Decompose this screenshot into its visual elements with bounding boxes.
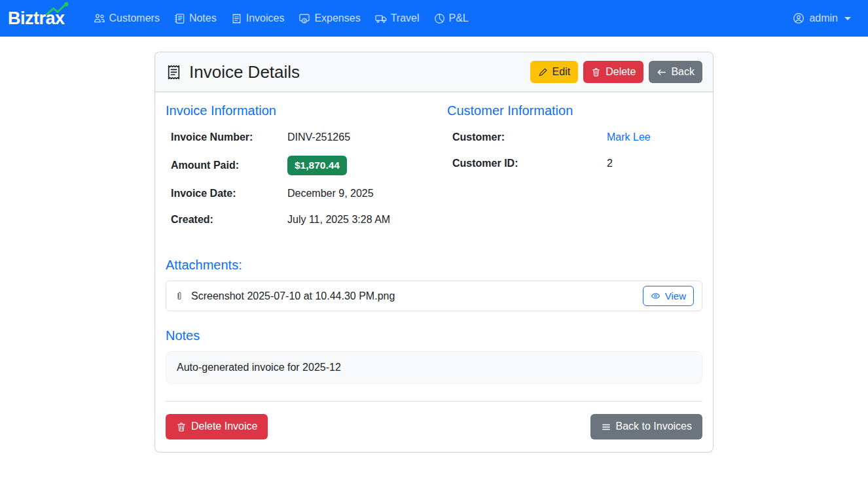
- trash-icon: [176, 422, 187, 432]
- chevron-down-icon: [844, 17, 851, 20]
- brand-logo[interactable]: Biztrax: [8, 9, 65, 29]
- amount-paid-label: Amount Paid:: [171, 160, 287, 171]
- created-label: Created:: [171, 214, 287, 226]
- customer-info-heading: Customer Information: [447, 103, 702, 118]
- notes-content: Auto-generated invoice for 2025-12: [177, 362, 341, 373]
- invoice-info-heading: Invoice Information: [166, 103, 421, 118]
- eye-icon: [651, 291, 660, 301]
- notes-heading: Notes: [166, 328, 702, 343]
- trash-icon: [591, 67, 601, 77]
- nav-label-invoices: Invoices: [246, 12, 285, 24]
- back-button-label: Back: [671, 65, 695, 79]
- edit-button-label: Edit: [552, 65, 571, 79]
- attachment-row: Screenshot 2025-07-10 at 10.44.30 PM.png…: [166, 281, 702, 311]
- nav-label-expenses: Expenses: [314, 12, 360, 24]
- back-to-invoices-label: Back to Invoices: [616, 419, 693, 434]
- customer-label: Customer:: [452, 131, 607, 143]
- invoice-date-label: Invoice Date:: [171, 188, 287, 199]
- user-menu[interactable]: admin: [793, 12, 851, 24]
- invoice-details-card: Invoice Details Edit Delete Back: [154, 52, 714, 453]
- back-to-invoices-button[interactable]: Back to Invoices: [590, 414, 703, 439]
- journal-icon: [174, 13, 185, 24]
- edit-button[interactable]: Edit: [530, 61, 579, 83]
- customer-id-value: 2: [607, 158, 613, 169]
- people-icon: [94, 12, 105, 24]
- invoice-number-row: Invoice Number: DINV-251265: [171, 129, 421, 145]
- invoice-date-value: December 9, 2025: [287, 188, 374, 199]
- card-body: Invoice Information Invoice Number: DINV…: [155, 92, 713, 451]
- arrow-left-icon: [657, 67, 666, 77]
- invoice-date-row: Invoice Date: December 9, 2025: [171, 186, 421, 201]
- truck-icon: [375, 12, 387, 24]
- footer-actions: Delete Invoice Back to Invoices: [166, 414, 702, 439]
- delete-invoice-button[interactable]: Delete Invoice: [166, 414, 268, 439]
- footer-divider: [166, 401, 702, 402]
- nav-label-notes: Notes: [189, 12, 217, 24]
- nav-item-expenses[interactable]: $ Expenses: [293, 7, 365, 29]
- receipt-icon: [166, 64, 182, 80]
- nav-item-pl[interactable]: P&L: [429, 7, 474, 29]
- page-title: Invoice Details: [166, 62, 300, 82]
- attachment-file: Screenshot 2025-07-10 at 10.44.30 PM.png: [174, 290, 395, 302]
- paperclip-icon: [174, 291, 185, 301]
- cash-coin-icon: $: [298, 12, 310, 24]
- amount-paid-row: Amount Paid: $1,870.44: [171, 156, 421, 175]
- svg-text:$: $: [304, 19, 306, 23]
- nav-links: Customers Notes Invoices $ Expenses: [88, 7, 793, 29]
- info-grid: Invoice Information Invoice Number: DINV…: [166, 103, 702, 238]
- nav-label-pl: P&L: [449, 12, 469, 24]
- nav-item-travel[interactable]: Travel: [370, 7, 425, 29]
- page-title-text: Invoice Details: [189, 62, 300, 82]
- view-attachment-button[interactable]: View: [643, 286, 694, 306]
- receipt-icon: [231, 13, 242, 24]
- person-circle-icon: [793, 12, 805, 24]
- nav-item-invoices[interactable]: Invoices: [226, 7, 290, 29]
- notes-box: Auto-generated invoice for 2025-12: [166, 351, 702, 384]
- trend-arrow-icon: [45, 2, 70, 16]
- nav-item-customers[interactable]: Customers: [88, 7, 165, 29]
- user-menu-label: admin: [809, 12, 838, 24]
- amount-paid-badge: $1,870.44: [287, 156, 347, 175]
- view-attachment-label: View: [665, 289, 686, 303]
- created-value: July 11, 2025 3:28 AM: [287, 214, 390, 226]
- header-actions: Edit Delete Back: [530, 61, 702, 83]
- nav-label-customers: Customers: [109, 12, 160, 24]
- invoice-number-label: Invoice Number:: [171, 131, 287, 143]
- invoice-info-section: Invoice Information Invoice Number: DINV…: [166, 103, 421, 238]
- nav-label-travel: Travel: [391, 12, 420, 24]
- list-icon: [601, 422, 611, 432]
- back-button[interactable]: Back: [649, 61, 702, 83]
- delete-invoice-label: Delete Invoice: [191, 419, 257, 434]
- pencil-icon: [538, 67, 548, 77]
- pie-chart-icon: [434, 13, 445, 24]
- customer-id-row: Customer ID: 2: [452, 156, 702, 171]
- delete-button-label: Delete: [606, 65, 636, 79]
- created-row: Created: July 11, 2025 3:28 AM: [171, 212, 421, 228]
- delete-button[interactable]: Delete: [583, 61, 643, 83]
- customer-row: Customer: Mark Lee: [452, 129, 702, 145]
- customer-info-section: Customer Information Customer: Mark Lee …: [447, 103, 702, 238]
- card-header: Invoice Details Edit Delete Back: [155, 52, 713, 92]
- customer-link[interactable]: Mark Lee: [607, 131, 651, 143]
- invoice-number-value: DINV-251265: [287, 131, 350, 143]
- top-navbar: Biztrax Customers Notes Invoices: [0, 0, 868, 37]
- nav-item-notes[interactable]: Notes: [169, 7, 222, 29]
- customer-id-label: Customer ID:: [452, 158, 607, 169]
- attachments-heading: Attachments:: [166, 258, 702, 273]
- attachment-filename: Screenshot 2025-07-10 at 10.44.30 PM.png: [191, 290, 395, 302]
